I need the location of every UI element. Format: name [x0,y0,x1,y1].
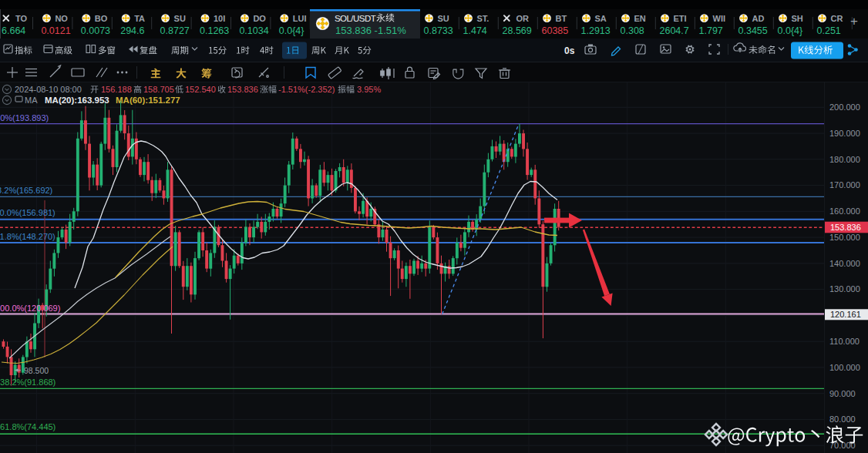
svg-text:EN: EN [634,14,646,23]
svg-text:140.000: 140.000 [829,259,860,268]
svg-text:SOL/USDT: SOL/USDT [335,14,376,23]
svg-text:28.569: 28.569 [503,25,532,36]
svg-text:156.188: 156.188 [101,85,132,94]
svg-text:38.2%(165.692): 38.2%(165.692) [0,186,52,195]
svg-text:0.0073: 0.0073 [81,25,110,36]
svg-text:180.000: 180.000 [829,155,860,164]
svg-text:90.000: 90.000 [829,389,856,398]
svg-text:0.1263: 0.1263 [200,25,229,36]
svg-text:WII: WII [713,14,726,23]
svg-text:1.474: 1.474 [463,25,487,36]
svg-text:SU: SU [174,14,186,23]
svg-text:80.000: 80.000 [829,414,856,424]
svg-text:98.500: 98.500 [24,366,49,375]
svg-text:0.0121: 0.0121 [41,25,70,36]
svg-text:190.000: 190.000 [829,129,860,138]
svg-text:153.836: 153.836 [227,85,258,94]
svg-text:200.000: 200.000 [829,102,860,112]
svg-text:3.95%: 3.95% [357,85,381,94]
svg-text:100.0%(120.069): 100.0%(120.069) [0,304,60,313]
svg-text:2604.7: 2604.7 [660,25,689,36]
svg-text:TA: TA [134,14,145,23]
svg-text:-1.51%(-2.352): -1.51%(-2.352) [278,85,335,94]
svg-text:153.836: 153.836 [830,223,861,232]
svg-text:0.8733: 0.8733 [424,25,453,36]
svg-text:153.836 -1.51%: 153.836 -1.51% [335,25,406,36]
svg-text:MA(20):163.953: MA(20):163.953 [45,96,109,105]
svg-text:AD: AD [752,14,765,23]
svg-text:BT: BT [556,14,567,23]
svg-text:60385: 60385 [542,25,569,36]
svg-text:+: + [850,14,858,29]
svg-text:CR: CR [831,14,843,23]
svg-text:120.161: 120.161 [830,310,861,319]
svg-text:0.0{4}: 0.0{4} [778,25,803,36]
svg-text:SA: SA [595,14,607,23]
svg-text:0.1034: 0.1034 [239,25,268,36]
svg-text:LUI: LUI [293,14,307,23]
svg-text:1.2913: 1.2913 [581,25,611,36]
svg-text:158.705: 158.705 [143,85,174,94]
svg-text:0s: 0s [564,45,575,56]
svg-text:10I: 10I [214,14,225,23]
svg-text:100.000: 100.000 [829,363,860,372]
svg-text:130.000: 130.000 [829,284,860,294]
svg-text:0.0%(193.893): 0.0%(193.893) [0,113,49,122]
svg-text:NO: NO [55,14,68,23]
svg-text:294.6: 294.6 [120,25,144,36]
svg-text:OR: OR [516,14,530,23]
svg-text:SU: SU [438,14,449,23]
svg-text:161.8%(74.445): 161.8%(74.445) [0,422,56,431]
svg-text:170.000: 170.000 [829,180,860,190]
svg-text:0.0{4}: 0.0{4} [279,25,304,36]
svg-text:50.0%(156.981): 50.0%(156.981) [0,208,56,217]
svg-text:DO: DO [253,14,266,23]
svg-text:ST.: ST. [477,14,490,23]
svg-text:TO: TO [15,14,28,23]
svg-text:0.251: 0.251 [817,25,841,36]
svg-text:110.000: 110.000 [829,337,860,346]
svg-text:2024-08-10 08:00: 2024-08-10 08:00 [15,85,82,94]
svg-text:152.540: 152.540 [185,85,216,94]
svg-text:0.308: 0.308 [621,25,644,36]
svg-text:MA: MA [25,96,38,105]
svg-text:6.664: 6.664 [2,25,25,36]
svg-text:ETI: ETI [674,14,687,23]
svg-text:150.000: 150.000 [829,233,860,242]
svg-text:0.8727: 0.8727 [160,25,190,36]
svg-text:MA(60):151.277: MA(60):151.277 [116,96,180,105]
svg-text:61.8%(148.270): 61.8%(148.270) [0,232,56,241]
svg-text:BO: BO [95,14,108,23]
svg-text:SH: SH [792,14,803,23]
svg-text:1.797: 1.797 [699,25,723,36]
svg-text:160.000: 160.000 [829,206,860,216]
svg-text:0.3455: 0.3455 [738,25,768,36]
svg-text:138.2%(91.868): 138.2%(91.868) [0,378,56,387]
